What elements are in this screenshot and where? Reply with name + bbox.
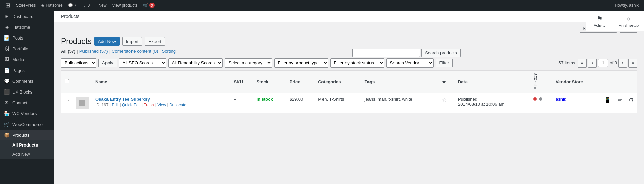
col-stock[interactable]: Stock	[253, 71, 286, 93]
search-button[interactable]: Search products	[421, 49, 461, 57]
col-seo: SEO • t l e	[530, 71, 552, 93]
woo-icon: 🛒	[143, 3, 148, 8]
wp-logo-link[interactable]: ⊞	[3, 0, 13, 11]
sep1: |	[77, 49, 78, 54]
col-vendor-store[interactable]: Vendor Store	[552, 71, 601, 93]
add-new-label: Add New	[98, 39, 116, 44]
sidebar-item-portfolio[interactable]: 🖼 Portfolio	[0, 43, 54, 54]
sidebar-item-label: Media	[12, 57, 24, 62]
filter-button[interactable]: Filter	[436, 59, 453, 67]
finish-setup-icon: ○	[626, 15, 630, 23]
col-date[interactable]: Date	[455, 71, 530, 93]
sidebar-item-comments[interactable]: 💬 Comments	[0, 76, 54, 86]
sidebar-item-label: Comments	[12, 79, 33, 84]
sidebar-item-label: WC Vendors	[12, 111, 37, 116]
vendor-link[interactable]: ashik	[556, 97, 566, 102]
seo-dot-red	[533, 97, 537, 101]
displaying-num: 57 items	[558, 60, 575, 65]
filter-all[interactable]: All (57)	[61, 49, 75, 54]
theme-name-link[interactable]: ◈ Flatsome	[39, 0, 65, 11]
filter-sorting[interactable]: Sorting	[162, 49, 176, 54]
bulk-actions-select[interactable]: Bulk actions	[61, 58, 96, 68]
sidebar-item-label: Pages	[12, 68, 25, 73]
category-select[interactable]: Select a category	[225, 58, 272, 68]
main-content: ⚑ Activity ○ Finish setup Products Scree…	[54, 11, 644, 184]
sidebar-item-contact[interactable]: ✉ Contact	[0, 97, 54, 108]
sidebar-item-flatsome[interactable]: ◈ Flatsome	[0, 22, 54, 32]
sidebar-item-media[interactable]: 🖼 Media	[0, 54, 54, 65]
submenu-all-products[interactable]: All Products	[0, 140, 54, 150]
col-tags[interactable]: Tags	[361, 71, 438, 93]
new-content-link[interactable]: + New	[92, 0, 109, 11]
col-sku[interactable]: SKU	[230, 71, 253, 93]
woo-link[interactable]: 🛒 3	[140, 0, 158, 11]
prev-page-button[interactable]: ‹	[588, 59, 597, 68]
next-page-button[interactable]: ›	[618, 59, 627, 68]
sidebar-item-woocommerce[interactable]: 🛒 WooCommerce	[0, 119, 54, 130]
apply-button[interactable]: Apply	[98, 59, 117, 67]
view-link[interactable]: View	[157, 103, 166, 107]
row-vendor: ashik	[552, 93, 601, 113]
row-seo	[530, 93, 552, 113]
row-id: ID: 167	[95, 103, 109, 107]
action-icon-1[interactable]: 📱	[604, 97, 611, 103]
search-box: Search products	[352, 49, 461, 57]
quick-edit-link[interactable]: Quick Edit	[122, 103, 141, 107]
readability-select[interactable]: All Readability Scores	[168, 58, 223, 68]
search-input[interactable]	[352, 49, 420, 57]
tablenav: Bulk actions Apply All SEO Scores All Re…	[61, 58, 637, 68]
action-icon-2[interactable]: ✏	[618, 97, 622, 103]
sidebar-item-ux-blocks[interactable]: ⬛ UX Blocks	[0, 86, 54, 97]
col-featured[interactable]: ★	[438, 71, 455, 93]
sidebar-item-products[interactable]: 📦 Products	[0, 130, 54, 140]
trash-link[interactable]: Trash	[144, 103, 154, 107]
import-button[interactable]: Import	[122, 37, 142, 46]
vendor-select[interactable]: Search Vendor	[386, 58, 434, 68]
first-page-button[interactable]: «	[578, 59, 587, 68]
row-cb	[61, 93, 73, 113]
duplicate-link[interactable]: Duplicate	[169, 103, 186, 107]
product-name-link[interactable]: Osaka Entry Tee Superdry	[95, 97, 150, 102]
col-name[interactable]: Name	[92, 71, 230, 93]
add-new-button[interactable]: Add New	[94, 37, 120, 46]
last-page-button[interactable]: »	[628, 59, 637, 68]
row-featured: ☆	[438, 93, 455, 113]
sidebar-item-pages[interactable]: 📄 Pages	[0, 65, 54, 76]
filter-cornerstone[interactable]: Cornerstone content (0)	[112, 49, 158, 54]
pages-icon: 📄	[4, 68, 9, 73]
pagination: 57 items « ‹ of 3 › »	[558, 59, 637, 68]
sidebar-item-label: UX Blocks	[12, 89, 32, 95]
featured-star[interactable]: ☆	[442, 97, 447, 103]
col-thumb	[72, 71, 92, 93]
sidebar-item-label: Dashboard	[12, 14, 34, 19]
sidebar-item-wc-vendors[interactable]: 🏪 WC Vendors	[0, 108, 54, 119]
col-price[interactable]: Price	[286, 71, 315, 93]
stock-status-select[interactable]: Filter by stock status	[330, 58, 384, 68]
activity-button[interactable]: ⚑ Activity	[586, 11, 613, 31]
product-type-wrapper: Filter by product type	[274, 58, 328, 68]
export-label: Export	[148, 39, 161, 44]
row-name: Osaka Entry Tee Superdry ID: 167 | Edit …	[92, 93, 230, 113]
edit-link[interactable]: Edit	[112, 103, 119, 107]
row-checkbox[interactable]	[65, 97, 69, 101]
bubbles-link[interactable]: 🗨 0	[79, 0, 92, 11]
export-button[interactable]: Export	[145, 37, 165, 46]
seo-scores-select[interactable]: All SEO Scores	[119, 58, 166, 68]
current-page-input[interactable]	[598, 59, 608, 67]
submenu-add-new[interactable]: Add New	[0, 150, 54, 159]
filter-published[interactable]: Published (57)	[79, 49, 108, 54]
select-all-checkbox[interactable]	[65, 79, 69, 83]
category-wrapper: Select a category	[225, 58, 272, 68]
seo-dot-gray	[539, 97, 542, 101]
comments-link[interactable]: 💬 7	[65, 0, 79, 11]
finish-setup-button[interactable]: ○ Finish setup	[613, 11, 644, 31]
view-products-link[interactable]: View products	[109, 0, 140, 11]
product-type-select[interactable]: Filter by product type	[274, 58, 328, 68]
sidebar-item-posts[interactable]: 📝 Posts	[0, 32, 54, 43]
col-categories[interactable]: Categories	[315, 71, 361, 93]
row-actions: ID: 167 | Edit | Quick Edit | Trash | Vi…	[95, 103, 227, 107]
total-pages: of 3	[610, 60, 617, 65]
action-icon-3[interactable]: ⚙	[629, 97, 634, 103]
sidebar-item-dashboard[interactable]: ⊞ Dashboard	[0, 11, 54, 22]
site-name-link[interactable]: StorePress	[13, 0, 39, 11]
